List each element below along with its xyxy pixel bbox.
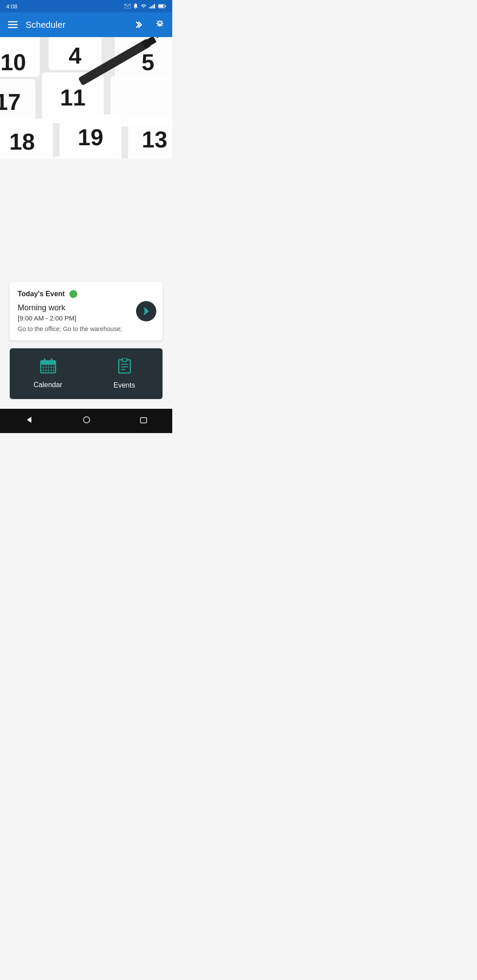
svg-text:11: 11 (60, 85, 86, 110)
calendar-icon (40, 358, 56, 373)
status-bar: 4:08 (0, 0, 172, 12)
calendar-art: 10 4 5 17 11 18 19 13 25 26 (0, 37, 172, 158)
recents-icon (140, 417, 147, 423)
event-description: Go to the office; Go to the warehouse; (18, 325, 155, 332)
svg-rect-10 (8, 24, 18, 26)
forward-button[interactable] (134, 19, 146, 30)
svg-text:17: 17 (0, 89, 21, 115)
bottom-navigation: Calendar Events (10, 348, 163, 399)
svg-text:13: 13 (142, 127, 167, 152)
svg-rect-42 (41, 361, 56, 365)
svg-marker-57 (27, 417, 31, 423)
svg-rect-4 (152, 5, 154, 8)
menu-button[interactable] (6, 19, 19, 30)
email-icon (125, 4, 131, 8)
calendar-tab-icon (40, 358, 56, 377)
status-time: 4:08 (6, 3, 17, 10)
battery-icon (158, 4, 166, 8)
clipboard-icon (118, 358, 131, 374)
tab-events[interactable]: Events (86, 348, 163, 399)
event-card-header: Today's Event (18, 290, 155, 298)
svg-rect-9 (8, 21, 18, 23)
event-status-dot (69, 290, 77, 298)
app-bar-left: Scheduler (6, 19, 65, 30)
home-button[interactable] (74, 414, 99, 428)
event-section-title: Today's Event (18, 290, 65, 298)
hero-image: 10 4 5 17 11 18 19 13 25 26 (0, 37, 172, 158)
content-spacer (0, 158, 172, 282)
event-forward-button[interactable] (136, 301, 156, 321)
svg-rect-1 (135, 8, 136, 9)
svg-text:5: 5 (142, 49, 155, 75)
svg-text:4: 4 (69, 43, 82, 68)
event-time: [9:00 AM - 2:00 PM] (18, 314, 155, 322)
signal-icon (149, 4, 155, 8)
svg-rect-8 (165, 6, 166, 7)
notification-icon (133, 4, 138, 9)
menu-icon (8, 21, 18, 28)
svg-text:19: 19 (78, 124, 103, 150)
svg-rect-59 (140, 418, 147, 423)
status-icons (125, 4, 166, 9)
forward-icon (136, 21, 144, 29)
app-title: Scheduler (26, 20, 65, 30)
svg-rect-11 (8, 27, 18, 28)
app-bar-actions (134, 19, 166, 31)
calendar-tab-label: Calendar (34, 381, 62, 389)
wifi-icon (140, 4, 147, 8)
svg-text:18: 18 (9, 129, 35, 155)
settings-button[interactable] (154, 19, 166, 31)
svg-rect-37 (53, 156, 115, 158)
event-name: Morning work (18, 303, 155, 313)
app-bar: Scheduler (0, 12, 172, 37)
back-icon (25, 416, 33, 424)
svg-rect-3 (151, 6, 152, 8)
svg-rect-7 (159, 5, 163, 8)
recents-button[interactable] (131, 414, 156, 428)
svg-point-58 (83, 417, 90, 423)
system-nav-bar (0, 409, 172, 433)
arrow-right-icon (141, 306, 151, 316)
svg-rect-5 (154, 4, 155, 8)
time-display: 4:08 (6, 3, 17, 10)
svg-rect-2 (149, 7, 151, 8)
tab-calendar[interactable]: Calendar (10, 348, 86, 399)
home-icon (83, 416, 90, 423)
svg-text:10: 10 (0, 49, 26, 75)
settings-icon (155, 20, 164, 29)
events-tab-icon (118, 358, 131, 377)
back-button[interactable] (16, 413, 42, 429)
event-card: Today's Event Morning work [9:00 AM - 2:… (10, 282, 163, 340)
events-tab-label: Events (114, 381, 135, 389)
svg-rect-53 (122, 358, 127, 362)
